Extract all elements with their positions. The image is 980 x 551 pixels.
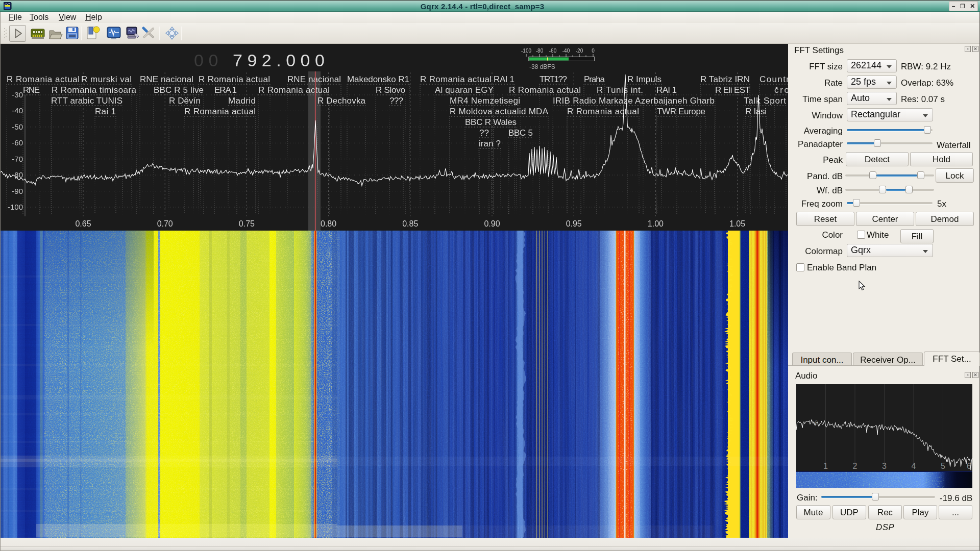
svg-text:BBC R Wales: BBC R Wales [465,117,517,127]
svg-text:-80: -80 [536,48,544,54]
svg-text:R Romania actual: R Romania actual [199,74,270,84]
svg-text:R Dechovka: R Dechovka [317,96,366,106]
svg-text:R Iasi: R Iasi [745,107,767,116]
svg-text:BBC 5: BBC 5 [508,128,533,138]
svg-text:00: 00 [194,51,223,70]
svg-text:RNE nacional: RNE nacional [140,74,193,84]
svg-text:R Moldova actualid MDA: R Moldova actualid MDA [450,107,549,116]
svg-text:Praha: Praha [584,74,605,84]
svg-text:R Slovo: R Slovo [376,85,405,95]
svg-text:-70: -70 [12,155,23,163]
svg-text:0.80: 0.80 [321,219,336,228]
svg-text:0.90: 0.90 [484,219,500,228]
svg-text:R Romania actual: R Romania actual [258,85,330,95]
svg-text:R Romania actual: R Romania actual [509,85,581,95]
svg-text:R Tunis int.: R Tunis int. [597,85,643,95]
svg-text:RTT arabic TUNIS: RTT arabic TUNIS [51,96,122,106]
svg-text:-30: -30 [12,90,23,99]
svg-text:0.75: 0.75 [239,219,255,228]
svg-text:1.00: 1.00 [648,219,664,228]
svg-text:ERA 1: ERA 1 [214,85,237,95]
svg-text:-60: -60 [549,48,557,54]
svg-text:0.85: 0.85 [402,219,418,228]
svg-text:RNE nacional: RNE nacional [287,74,341,84]
svg-text:TWR Europe: TWR Europe [657,107,705,116]
svg-text:-38 dBFS: -38 dBFS [529,63,555,70]
svg-text:Makedonsko R1: Makedonsko R1 [347,74,409,84]
svg-text:0: 0 [592,48,595,54]
svg-text:R Tabriz IRN: R Tabriz IRN [700,74,750,84]
svg-text:???: ??? [389,96,403,106]
svg-text:1: 1 [823,462,828,470]
svg-text:-20: -20 [576,48,583,54]
svg-text:R Romania timisoara: R Romania timisoara [52,85,137,95]
svg-text:-40: -40 [562,48,570,54]
svg-text:R Romania actual: R Romania actual [420,74,492,84]
svg-text:-100: -100 [8,203,23,211]
svg-text:0.65: 0.65 [75,219,91,228]
svg-text:Rai 1: Rai 1 [95,107,116,116]
svg-text:R Impuls: R Impuls [627,74,662,84]
svg-text:RAI 1: RAI 1 [656,85,677,95]
svg-text:-100: -100 [521,48,531,54]
svg-text:R murski val: R murski val [81,74,132,84]
svg-text:??: ?? [479,128,489,138]
svg-text:MR4 Nemzetisegi: MR4 Nemzetisegi [450,96,520,106]
svg-text:R Děvín: R Děvín [169,96,201,106]
svg-text:Madrid: Madrid [228,96,256,106]
svg-text:1.05: 1.05 [729,219,745,228]
svg-text:-40: -40 [12,106,23,115]
svg-text:-60: -60 [12,138,23,147]
svg-text:-90: -90 [12,187,23,195]
svg-text:R Romania actual: R Romania actual [567,107,639,116]
svg-text:RAI 1: RAI 1 [494,74,514,84]
svg-text:-50: -50 [12,122,23,131]
svg-text:IRIB Radio Markaze Azerbaijane: IRIB Radio Markaze Azerbaijaneh Gharb [553,96,715,106]
svg-text:R Romania actual: R Romania actual [7,74,80,84]
svg-text:0.95: 0.95 [566,219,582,228]
svg-text:R Romania actual: R Romania actual [184,107,256,116]
svg-text:5: 5 [941,462,945,470]
svg-text:0.70: 0.70 [157,219,173,228]
svg-text:792.000: 792.000 [233,51,329,70]
svg-text:BBC R 5 live: BBC R 5 live [154,85,204,95]
svg-text:R Eli EST: R Eli EST [715,85,750,95]
svg-text:TRT1??: TRT1?? [540,74,567,84]
svg-text:iran ?: iran ? [479,139,501,148]
svg-text:Talk Sport: Talk Sport [744,96,786,106]
svg-text:2: 2 [853,462,857,470]
svg-text:4: 4 [912,462,916,470]
svg-text:3: 3 [882,462,887,470]
svg-text:Al quaran EGY: Al quaran EGY [435,85,494,95]
svg-text:RNE: RNE [23,85,40,95]
